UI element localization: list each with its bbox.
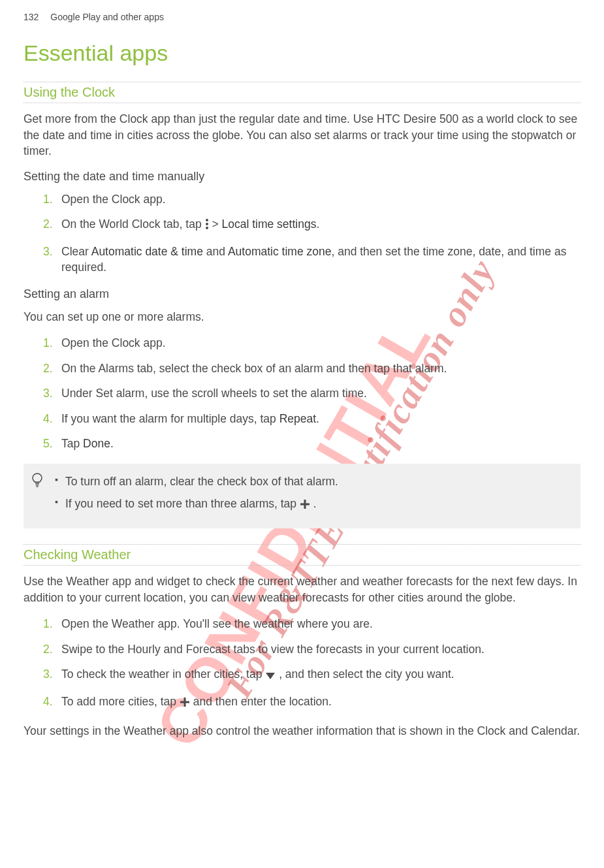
list-item: On the World Clock tab, tap > Local time… [43, 216, 580, 234]
text: and then enter the location. [193, 695, 332, 708]
steps-set-alarm: Open the Clock app. On the Alarms tab, s… [43, 335, 580, 452]
weather-outro: Your settings in the Weather app also co… [24, 723, 580, 739]
steps-weather: Open the Weather app. You'll see the wea… [43, 616, 580, 711]
text: Clear [61, 245, 91, 258]
bold-text: Done [83, 437, 110, 450]
section-heading-clock: Using the Clock [24, 85, 580, 100]
text: To add more cities, tap [61, 695, 180, 708]
steps-set-date-time: Open the Clock app. On the World Clock t… [43, 191, 580, 276]
text: If you need to set more than three alarm… [65, 497, 300, 510]
plus-icon [300, 497, 310, 514]
list-item: Clear Automatic date & time and Automati… [43, 244, 580, 276]
bold-text: Automatic date & time [91, 245, 203, 258]
list-item: Swipe to the Hourly and Forecast tabs to… [43, 641, 580, 658]
clock-intro: Get more from the Clock app than just th… [24, 111, 580, 159]
text: . [110, 437, 114, 450]
more-vert-icon [205, 218, 209, 234]
weather-intro: Use the Weather app and widget to check … [24, 573, 580, 605]
svg-point-1 [206, 223, 208, 225]
list-item: If you want the alarm for multiple days,… [43, 411, 580, 427]
list-item: To add more cities, tap and then enter t… [43, 694, 580, 712]
svg-rect-7 [300, 503, 310, 505]
list-item: Tap Done. [43, 436, 580, 452]
plus-icon [180, 696, 190, 712]
section-heading-weather: Checking Weather [24, 547, 580, 562]
list-item: Open the Clock app. [43, 191, 580, 208]
tip-box: To turn off an alarm, clear the check bo… [24, 464, 580, 529]
svg-marker-8 [266, 673, 275, 679]
lightbulb-icon [30, 473, 44, 487]
text: To check the weather in other cities, ta… [61, 667, 265, 681]
list-item: On the Alarms tab, select the check box … [43, 361, 580, 377]
text: . [316, 412, 319, 425]
text: If you want the alarm for multiple days,… [61, 412, 279, 425]
page-header: 132 Google Play and other apps [24, 12, 580, 22]
svg-point-2 [206, 227, 208, 229]
text: > [212, 217, 221, 231]
bold-text: Local time settings [221, 217, 316, 231]
divider [24, 103, 580, 103]
page-title: Essential apps [24, 40, 580, 66]
bold-text: Repeat [279, 412, 316, 425]
subheading-set-alarm: Setting an alarm [24, 287, 580, 301]
set-alarm-intro: You can set up one or more alarms. [24, 309, 580, 325]
text: . [313, 497, 317, 510]
subheading-set-date-time: Setting the date and time manually [24, 170, 580, 184]
text: . [316, 217, 319, 231]
list-item: Open the Clock app. [43, 335, 580, 351]
page-number: 132 [24, 12, 39, 22]
tip-item: If you need to set more than three alarm… [55, 495, 571, 514]
bold-text: Automatic time zone [228, 245, 332, 258]
svg-rect-10 [180, 701, 189, 703]
text: and [203, 245, 228, 258]
divider [24, 544, 580, 545]
text: On the World Clock tab, tap [61, 217, 205, 231]
text: Tap [61, 437, 83, 450]
list-item: Under Set alarm, use the scroll wheels t… [43, 385, 580, 402]
divider [24, 565, 580, 566]
text: , and then select the city you want. [279, 667, 454, 681]
list-item: Open the Weather app. You'll see the wea… [43, 616, 580, 632]
list-item: To check the weather in other cities, ta… [43, 666, 580, 684]
svg-point-0 [206, 219, 208, 221]
divider [24, 82, 580, 82]
breadcrumb: Google Play and other apps [50, 12, 164, 22]
tip-item: To turn off an alarm, clear the check bo… [55, 473, 571, 490]
triangle-down-icon [265, 668, 276, 684]
